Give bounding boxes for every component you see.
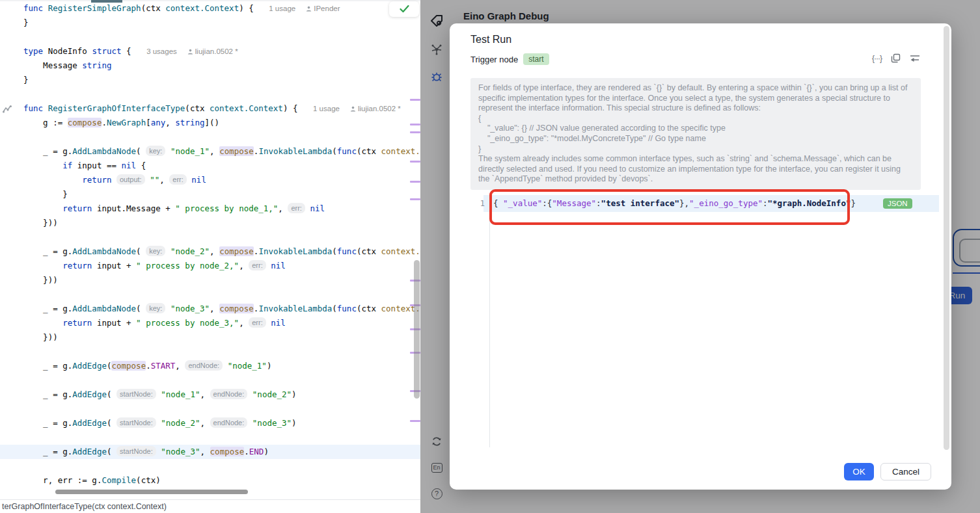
editor-vertical-scrollbar[interactable]	[414, 260, 420, 399]
eino-debug-panel: En ? Eino Graph Debug Run Test Run Trigg…	[420, 0, 980, 513]
code-line[interactable]: _ = g.AddEdge(compose.START, endNode: "n…	[0, 359, 420, 373]
code-line[interactable]: _ = g.AddEdge( startNode: "node_1", endN…	[0, 388, 420, 402]
code-line[interactable]: }))	[0, 216, 420, 230]
dialog-scrollbar[interactable]	[944, 26, 949, 450]
code-line[interactable]: func RegisterSimpleGraph(ctx context.Con…	[0, 1, 420, 16]
format-json-icon[interactable]: {···}	[872, 54, 882, 63]
vcs-change-marker	[410, 420, 420, 422]
code-line[interactable]: _ = g.AddEdge( startNode: "node_3", comp…	[0, 445, 420, 459]
help-text-line: "_value": {} // JSON value generated acc…	[478, 124, 913, 134]
code-line[interactable]	[0, 459, 420, 473]
code-line[interactable]: _ = g.AddLambdaNode( key: "node_1", comp…	[0, 144, 420, 159]
json-editor-line-number: 1	[470, 195, 485, 212]
vcs-change-marker	[410, 131, 420, 133]
vcs-change-marker	[410, 161, 420, 163]
json-type-badge: JSON	[883, 198, 912, 209]
code-line[interactable]	[0, 430, 420, 445]
code-line[interactable]: return output: "", err: nil	[0, 173, 420, 187]
code-line[interactable]: return input + " process by node_3,", er…	[0, 316, 420, 330]
code-line[interactable]: }	[0, 187, 420, 202]
code-line[interactable]	[0, 230, 420, 244]
mini-graph-icon	[3, 105, 13, 114]
vcs-change-marker	[410, 181, 420, 183]
json-editor-gutter-divider	[489, 195, 490, 447]
code-line[interactable]: _ = g.AddLambdaNode( key: "node_2", comp…	[0, 244, 420, 259]
code-line[interactable]	[0, 287, 420, 302]
cancel-button[interactable]: Cancel	[880, 463, 931, 480]
code-line[interactable]: g := compose.NewGraph[any, string]()	[0, 116, 420, 130]
code-line[interactable]	[0, 402, 420, 416]
code-editor[interactable]: func RegisterSimpleGraph(ctx context.Con…	[0, 0, 420, 513]
code-lines[interactable]: func RegisterSimpleGraph(ctx context.Con…	[0, 1, 420, 488]
code-line[interactable]	[0, 373, 420, 388]
trigger-node-label: Trigger node	[470, 55, 518, 64]
vcs-change-marker	[410, 124, 420, 125]
code-line[interactable]	[0, 30, 420, 44]
editor-toolbar: {···}	[872, 53, 920, 63]
trigger-node-row: Trigger node start	[470, 53, 549, 65]
breadcrumb[interactable]: terGraphOfInterfaceType(ctx context.Cont…	[0, 499, 420, 513]
test-run-dialog: Test Run Trigger node start {···} For fi…	[450, 23, 951, 490]
annotation-highlight-box	[489, 189, 850, 225]
code-line[interactable]: _ = g.AddEdge( startNode: "node_2", endN…	[0, 416, 420, 430]
graph-run-gutter-icon[interactable]	[3, 105, 13, 114]
editor-horizontal-scrollbar[interactable]	[55, 490, 248, 494]
code-line[interactable]: type NodeInfo struct { 3 usagesliujian.0…	[0, 44, 420, 59]
screen: func RegisterSimpleGraph(ctx context.Con…	[0, 0, 980, 513]
vcs-change-marker	[410, 198, 420, 200]
code-line[interactable]: r, err := g.Compile(ctx)	[0, 473, 420, 488]
wrap-line-icon[interactable]	[910, 54, 920, 63]
ok-button[interactable]: OK	[844, 463, 874, 480]
code-line[interactable]	[0, 345, 420, 359]
code-line[interactable]: _ = g.AddLambdaNode( key: "node_3", comp…	[0, 302, 420, 316]
help-text-line: {	[478, 114, 913, 124]
code-line[interactable]	[0, 130, 420, 144]
dialog-title: Test Run	[470, 34, 511, 46]
help-text-line: The system already includes some common …	[478, 154, 913, 185]
help-text-line: }	[478, 144, 913, 155]
inspections-widget[interactable]	[389, 1, 419, 17]
code-line[interactable]: return input + " process by node_2,", er…	[0, 259, 420, 273]
copy-icon[interactable]	[891, 53, 901, 63]
code-line[interactable]: }	[0, 73, 420, 87]
inspections-passed-icon	[400, 5, 409, 13]
trigger-node-badge: start	[523, 53, 549, 65]
code-line[interactable]	[0, 87, 420, 101]
code-line[interactable]: return input.Message + " process by node…	[0, 202, 420, 216]
code-line[interactable]: func RegisterGraphOfInterfaceType(ctx co…	[0, 101, 420, 116]
interface-help-text: For fields of type interface, they are r…	[470, 78, 921, 190]
vcs-change-marker	[410, 99, 420, 101]
code-line[interactable]: if input == nil {	[0, 159, 420, 173]
code-line[interactable]: Message string	[0, 59, 420, 73]
code-line[interactable]: }))	[0, 273, 420, 287]
code-line[interactable]: }	[0, 16, 420, 30]
code-line[interactable]: }))	[0, 330, 420, 345]
help-text-line: "_eino_go_type": "*model.MyConcreteType"…	[478, 134, 913, 144]
help-text-line: For fields of type interface, they are r…	[478, 83, 913, 114]
